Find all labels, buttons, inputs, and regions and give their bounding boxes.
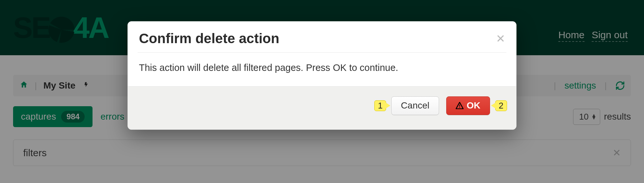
- annotation-2: 2: [495, 100, 507, 111]
- modal-header: Confirm delete action ✕: [128, 22, 516, 52]
- ok-button-label: OK: [467, 101, 481, 111]
- modal-title: Confirm delete action: [139, 31, 279, 46]
- modal-close-icon[interactable]: ✕: [496, 33, 505, 44]
- ok-button[interactable]: OK: [446, 96, 490, 115]
- svg-rect-0: [459, 105, 460, 107]
- modal-overlay: Confirm delete action ✕ This action will…: [0, 0, 644, 183]
- confirm-delete-modal: Confirm delete action ✕ This action will…: [127, 21, 517, 130]
- svg-rect-1: [459, 107, 460, 108]
- warning-icon: [456, 102, 464, 109]
- cancel-button-label: Cancel: [401, 101, 429, 111]
- cancel-button[interactable]: Cancel: [391, 96, 439, 115]
- modal-footer: 1 Cancel OK 2: [128, 86, 516, 129]
- annotation-1: 1: [374, 100, 386, 111]
- modal-body-text: This action will delete all filtered pag…: [128, 53, 516, 86]
